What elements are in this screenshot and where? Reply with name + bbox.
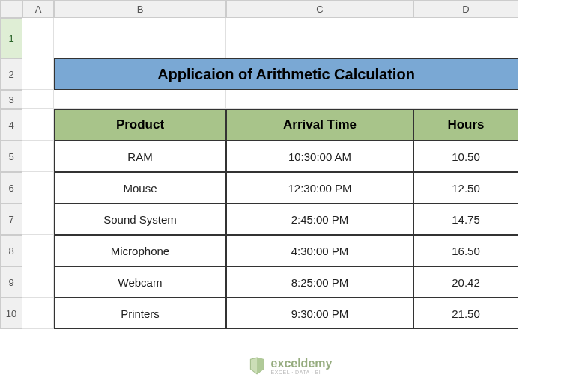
cell-hours-3[interactable]: 16.50 [413, 235, 518, 266]
cell-hours-5[interactable]: 21.50 [413, 298, 518, 329]
row-header-1[interactable]: 1 [0, 18, 22, 58]
cell-A6[interactable] [22, 172, 54, 203]
select-all-corner[interactable] [0, 0, 22, 18]
row-header-6[interactable]: 6 [0, 172, 22, 203]
cell-product-0[interactable]: RAM [54, 141, 226, 172]
cell-A2[interactable] [22, 58, 54, 90]
row-header-3[interactable]: 3 [0, 90, 22, 109]
header-hours[interactable]: Hours [413, 109, 518, 141]
cell-A1[interactable] [22, 18, 54, 58]
cell-arrival-5[interactable]: 9:30:00 PM [226, 298, 413, 329]
cell-product-3[interactable]: Microphone [54, 235, 226, 266]
row-header-8[interactable]: 8 [0, 235, 22, 266]
watermark: exceldemy EXCEL · DATA · BI [247, 356, 333, 376]
cell-product-4[interactable]: Webcam [54, 266, 226, 298]
col-header-D[interactable]: D [413, 0, 518, 18]
cell-hours-1[interactable]: 12.50 [413, 172, 518, 203]
cell-arrival-4[interactable]: 8:25:00 PM [226, 266, 413, 298]
cell-arrival-1[interactable]: 12:30:00 PM [226, 172, 413, 203]
row-header-2[interactable]: 2 [0, 58, 22, 90]
cell-A7[interactable] [22, 203, 54, 235]
cell-product-2[interactable]: Sound System [54, 203, 226, 235]
row-header-4[interactable]: 4 [0, 109, 22, 141]
cell-A8[interactable] [22, 235, 54, 266]
cell-D3[interactable] [413, 90, 518, 109]
cell-D1[interactable] [413, 18, 518, 58]
header-product[interactable]: Product [54, 109, 226, 141]
cell-B1[interactable] [54, 18, 226, 58]
watermark-brand-name: exceldemy [271, 358, 333, 370]
cell-arrival-2[interactable]: 2:45:00 PM [226, 203, 413, 235]
watermark-brand: exceldemy EXCEL · DATA · BI [271, 358, 333, 375]
cell-A5[interactable] [22, 141, 54, 172]
cell-product-1[interactable]: Mouse [54, 172, 226, 203]
row-header-10[interactable]: 10 [0, 298, 22, 329]
cell-C1[interactable] [226, 18, 413, 58]
title-cell[interactable]: Applicaion of Arithmetic Calculation [54, 58, 518, 90]
watermark-brand-tag: EXCEL · DATA · BI [271, 370, 333, 375]
col-header-B[interactable]: B [54, 0, 226, 18]
row-header-9[interactable]: 9 [0, 266, 22, 298]
cell-product-5[interactable]: Printers [54, 298, 226, 329]
cell-A3[interactable] [22, 90, 54, 109]
col-header-A[interactable]: A [22, 0, 54, 18]
cell-C3[interactable] [226, 90, 413, 109]
cell-B3[interactable] [54, 90, 226, 109]
col-header-C[interactable]: C [226, 0, 413, 18]
cell-A4[interactable] [22, 109, 54, 141]
header-arrival[interactable]: Arrival Time [226, 109, 413, 141]
cell-hours-2[interactable]: 14.75 [413, 203, 518, 235]
spreadsheet-grid: A B C D 1 2 Applicaion of Arithmetic Cal… [0, 0, 579, 329]
exceldemy-logo-icon [247, 356, 267, 376]
cell-A10[interactable] [22, 298, 54, 329]
cell-A9[interactable] [22, 266, 54, 298]
row-header-7[interactable]: 7 [0, 203, 22, 235]
cell-hours-4[interactable]: 20.42 [413, 266, 518, 298]
cell-hours-0[interactable]: 10.50 [413, 141, 518, 172]
row-header-5[interactable]: 5 [0, 141, 22, 172]
cell-arrival-3[interactable]: 4:30:00 PM [226, 235, 413, 266]
cell-arrival-0[interactable]: 10:30:00 AM [226, 141, 413, 172]
